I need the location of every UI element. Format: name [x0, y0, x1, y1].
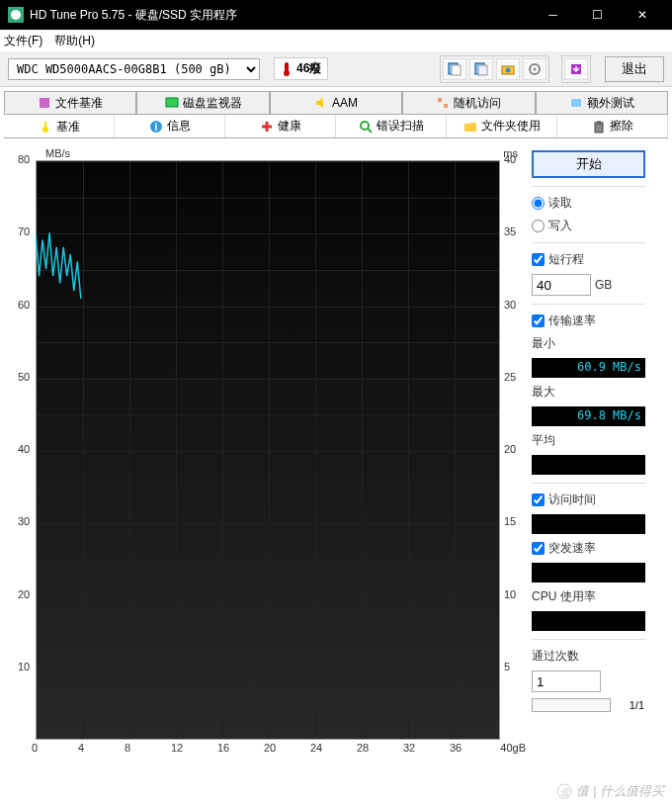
burst-rate-checkbox[interactable] [532, 542, 545, 555]
minimize-button[interactable]: ─ [531, 0, 575, 30]
cpu-usage-label: CPU 使用率 [532, 588, 645, 605]
y2-tick: 30 [504, 299, 516, 311]
options-button[interactable] [523, 58, 546, 80]
tab-random-access[interactable]: 随机访问 [402, 91, 535, 114]
file-bench-icon [38, 96, 51, 110]
y1-tick: 30 [18, 515, 30, 527]
toolbar: WDC WD5000AACS-00G8B1 (500 gB) 46癈 退出 [0, 51, 672, 87]
progress-bar [532, 698, 611, 712]
copy-info-button[interactable] [443, 58, 466, 80]
tab-disk-monitor[interactable]: 磁盘监视器 [136, 91, 269, 114]
read-radio[interactable] [532, 197, 545, 210]
access-time-checkbox[interactable] [532, 493, 545, 506]
tab-file-benchmark[interactable]: 文件基准 [4, 91, 136, 114]
maximize-button[interactable]: ☐ [575, 0, 620, 30]
max-value: 69.8 MB/s [532, 406, 645, 426]
x-tick: 32 [403, 742, 415, 754]
y2-tick: 25 [504, 371, 516, 383]
avg-label: 平均 [532, 432, 645, 449]
tab-erase[interactable]: 擦除 [557, 115, 668, 137]
avg-value [532, 455, 645, 475]
menu-file[interactable]: 文件(F) [4, 33, 42, 49]
svg-rect-16 [444, 104, 448, 108]
tab-row-top: 文件基准 磁盘监视器 AAM 随机访问 额外测试 [4, 91, 668, 115]
svg-rect-19 [44, 122, 46, 128]
tab-error-scan[interactable]: 错误扫描 [336, 115, 447, 137]
chart-area: MB/s ms 8070605040302010 403530252015105… [8, 150, 522, 763]
monitor-icon [165, 96, 179, 110]
svg-text:值: 值 [560, 787, 570, 797]
access-time-label: 访问时间 [548, 492, 596, 508]
tab-extra-tests[interactable]: 额外测试 [536, 91, 668, 114]
y2-tick: 40 [504, 153, 516, 165]
close-button[interactable]: ✕ [620, 0, 664, 30]
tab-info[interactable]: i信息 [115, 115, 225, 137]
menu-help[interactable]: 帮助(H) [54, 33, 95, 49]
y1-tick: 80 [18, 153, 30, 165]
min-value: 60.9 MB/s [532, 358, 645, 378]
chart-background [36, 160, 500, 740]
cpu-usage-value [532, 611, 645, 631]
svg-line-23 [368, 129, 372, 133]
svg-text:i: i [154, 122, 157, 133]
tab-aam[interactable]: AAM [270, 91, 402, 114]
copy-screenshot-button[interactable] [469, 58, 493, 80]
svg-point-3 [284, 70, 290, 76]
y2-tick: 20 [504, 443, 516, 455]
x-tick: 0 [32, 742, 38, 754]
folder-icon [463, 120, 477, 134]
x-tick: 12 [171, 742, 183, 754]
thermometer-icon [281, 61, 293, 77]
extra-icon [569, 96, 583, 110]
temperature-value: 46癈 [296, 60, 321, 77]
write-label: 写入 [548, 218, 572, 234]
start-button[interactable]: 开始 [532, 150, 645, 178]
short-stroke-unit: GB [595, 278, 612, 292]
burst-rate-value [532, 563, 645, 582]
save-button[interactable] [564, 58, 588, 80]
app-icon [8, 7, 24, 23]
side-panel: 开始 读取 写入 短行程 GB 传输速率 最小 60.9 MB/s 最大 69.… [532, 150, 645, 763]
tab-health[interactable]: 健康 [225, 115, 336, 137]
x-tick: 16 [217, 742, 229, 754]
x-tick: 28 [357, 742, 369, 754]
tool-button-group [440, 55, 549, 83]
random-icon [436, 96, 450, 110]
titlebar: HD Tune Pro 5.75 - 硬盘/SSD 实用程序 ─ ☐ ✕ [0, 0, 672, 30]
read-label: 读取 [548, 195, 572, 212]
tab-folder-usage[interactable]: 文件夹使用 [447, 115, 557, 137]
y2-tick: 5 [504, 661, 510, 672]
pass-count: 1/1 [615, 699, 644, 711]
content-area: MB/s ms 8070605040302010 403530252015105… [0, 138, 672, 767]
svg-point-22 [361, 122, 369, 130]
screenshot-button[interactable] [496, 58, 520, 80]
transfer-rate-checkbox[interactable] [532, 314, 545, 327]
max-label: 最大 [532, 384, 645, 401]
watermark: 值 值 | 什么值得买 [556, 782, 664, 800]
drive-select[interactable]: WDC WD5000AACS-00G8B1 (500 gB) [8, 58, 260, 80]
svg-rect-5 [452, 65, 461, 75]
svg-rect-17 [571, 99, 581, 107]
y1-tick: 50 [18, 371, 30, 383]
info-icon: i [149, 120, 163, 134]
short-stroke-label: 短行程 [548, 251, 584, 268]
y1-tick: 70 [18, 225, 30, 237]
exit-button[interactable]: 退出 [605, 56, 664, 82]
svg-point-9 [506, 67, 511, 72]
short-stroke-input[interactable] [532, 274, 591, 296]
svg-rect-7 [478, 65, 487, 75]
speaker-icon [314, 96, 328, 110]
y-left-unit: MB/s [45, 147, 70, 159]
svg-rect-13 [40, 98, 49, 108]
svg-rect-14 [166, 98, 178, 107]
transfer-rate-label: 传输速率 [548, 313, 596, 329]
write-radio[interactable] [532, 220, 545, 232]
svg-point-1 [11, 10, 21, 20]
tab-benchmark[interactable]: 基准 [4, 115, 115, 137]
access-time-value [532, 514, 645, 534]
passes-input[interactable] [532, 671, 601, 692]
x-unit: 40gB [500, 742, 526, 754]
x-tick: 20 [264, 742, 276, 754]
short-stroke-checkbox[interactable] [532, 253, 545, 266]
y2-tick: 15 [504, 515, 516, 527]
